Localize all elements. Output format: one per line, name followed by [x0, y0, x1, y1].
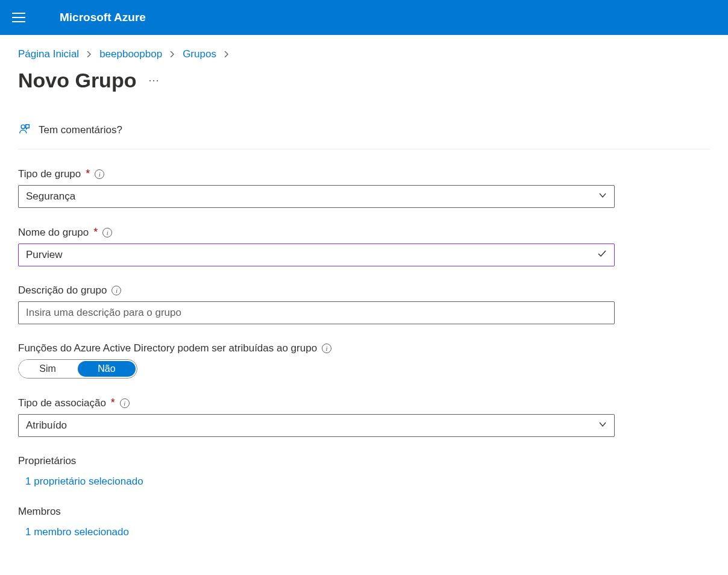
page-title-row: Novo Grupo ··· — [18, 69, 710, 92]
svg-point-0 — [21, 125, 25, 128]
chevron-down-icon — [598, 190, 607, 203]
label-text: Funções do Azure Active Directory podem … — [18, 342, 317, 354]
link-members-selected[interactable]: 1 membro selecionado — [25, 526, 710, 538]
required-indicator: * — [86, 168, 90, 180]
feedback-link[interactable]: Tem comentários? — [39, 124, 122, 136]
required-indicator: * — [111, 397, 115, 409]
field-group-type: Tipo de grupo * i Segurança — [18, 168, 710, 208]
link-owners-selected[interactable]: 1 proprietário selecionado — [25, 476, 710, 488]
toggle-no[interactable]: Não — [78, 361, 136, 377]
breadcrumb-home[interactable]: Página Inicial — [18, 48, 79, 60]
required-indicator: * — [93, 226, 98, 239]
breadcrumb: Página Inicial beepboopbop Grupos — [18, 48, 710, 60]
chevron-right-icon — [169, 49, 175, 59]
label-aad-roles: Funções do Azure Active Directory podem … — [18, 342, 710, 354]
page-content: Página Inicial beepboopbop Grupos Novo G… — [0, 35, 728, 570]
info-icon[interactable]: i — [120, 398, 130, 408]
label-text: Tipo de grupo — [18, 168, 81, 180]
label-text: Tipo de associação — [18, 397, 106, 409]
field-membership-type: Tipo de associação * i Atribuído — [18, 397, 710, 437]
toggle-aad-roles: Sim Não — [18, 359, 137, 379]
section-members: Membros 1 membro selecionado — [18, 506, 710, 538]
label-text: Descrição do grupo — [18, 284, 107, 297]
brand-title: Microsoft Azure — [60, 11, 146, 24]
label-owners: Proprietários — [18, 455, 710, 467]
label-membership-type: Tipo de associação * i — [18, 397, 710, 409]
field-group-description: Descrição do grupo i — [18, 284, 710, 324]
select-group-type[interactable]: Segurança — [18, 185, 615, 208]
info-icon[interactable]: i — [95, 169, 104, 179]
select-value: Atribuído — [26, 419, 67, 432]
top-header: Microsoft Azure — [0, 0, 728, 35]
feedback-person-icon — [18, 122, 31, 138]
hamburger-menu-icon[interactable] — [12, 10, 27, 25]
label-members: Membros — [18, 506, 710, 518]
chevron-down-icon — [598, 419, 607, 432]
field-group-name: Nome do grupo * i Purview — [18, 226, 710, 266]
check-icon — [597, 249, 607, 262]
input-value: Purview — [26, 249, 62, 261]
chevron-right-icon — [224, 49, 230, 59]
breadcrumb-groups[interactable]: Grupos — [183, 48, 216, 60]
input-group-name[interactable]: Purview — [18, 244, 615, 266]
info-icon[interactable]: i — [111, 286, 121, 295]
select-membership-type[interactable]: Atribuído — [18, 414, 615, 437]
label-group-description: Descrição do grupo i — [18, 284, 710, 297]
input-group-description[interactable] — [18, 301, 615, 324]
feedback-bar: Tem comentários? — [18, 122, 710, 149]
field-aad-roles: Funções do Azure Active Directory podem … — [18, 342, 710, 379]
chevron-right-icon — [86, 49, 92, 59]
label-text: Nome do grupo — [18, 227, 89, 239]
toggle-yes[interactable]: Sim — [19, 360, 77, 378]
label-group-name: Nome do grupo * i — [18, 226, 710, 239]
select-value: Segurança — [26, 190, 75, 203]
info-icon[interactable]: i — [322, 344, 331, 353]
section-owners: Proprietários 1 proprietário selecionado — [18, 455, 710, 488]
label-group-type: Tipo de grupo * i — [18, 168, 710, 180]
info-icon[interactable]: i — [102, 228, 112, 237]
breadcrumb-tenant[interactable]: beepboopbop — [99, 48, 162, 60]
page-title: Novo Grupo — [18, 69, 136, 92]
more-actions-icon[interactable]: ··· — [148, 74, 159, 87]
